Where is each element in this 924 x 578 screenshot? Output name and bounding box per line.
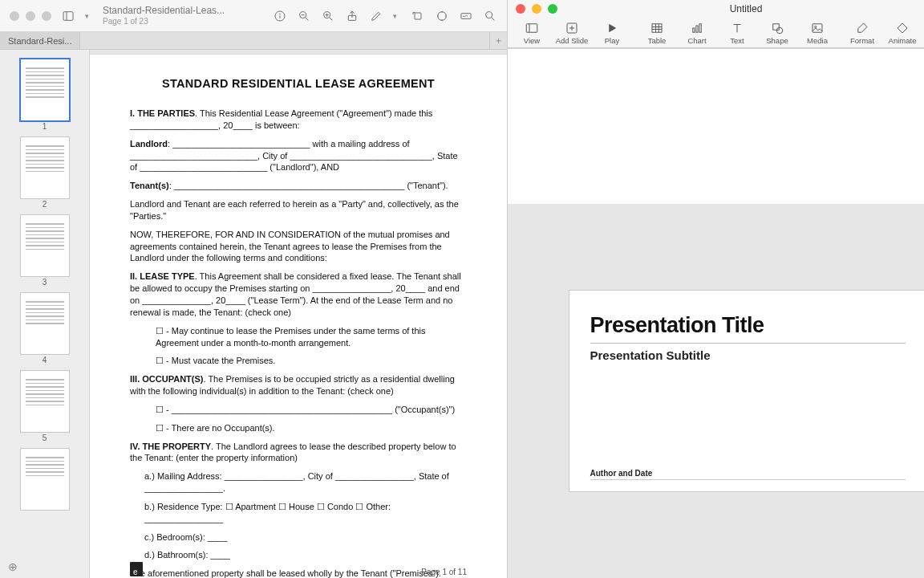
thumbnail[interactable] [21, 59, 69, 120]
zoom-in-icon[interactable] [321, 9, 335, 23]
slide-author-line [590, 479, 906, 480]
svg-point-16 [486, 11, 492, 18]
animate-icon [895, 21, 910, 35]
sidebar-menu-caret[interactable]: ▾ [85, 12, 93, 20]
svg-rect-24 [652, 23, 662, 32]
zoom-dot[interactable] [42, 11, 51, 21]
preview-tab[interactable]: Standard-Resi... [0, 32, 80, 49]
share-icon[interactable] [345, 9, 359, 23]
thumbnail[interactable] [21, 449, 69, 510]
text-button[interactable]: Text [719, 21, 755, 45]
sidebar-toggle-icon[interactable] [61, 9, 75, 23]
preview-body: 1 2 3 4 5 ⊕ STANDARD RESIDENTIAL LEASE A… [0, 50, 507, 578]
seal-icon [130, 562, 143, 576]
thumbnail[interactable] [21, 371, 69, 432]
document-page: STANDARD RESIDENTIAL LEASE AGREEMENT I. … [90, 55, 507, 578]
play-icon [605, 21, 619, 35]
slide-subtitle[interactable]: Presentation Subtitle [590, 348, 906, 362]
doc-subitem: c.) Bedroom(s): ____ [130, 531, 467, 543]
page-viewport[interactable]: STANDARD RESIDENTIAL LEASE AGREEMENT I. … [90, 50, 507, 578]
doc-subitem: b.) Residence Type: ☐ Apartment ☐ House … [130, 501, 467, 525]
minimize-dot[interactable] [26, 11, 35, 21]
doc-title: STANDARD RESIDENTIAL LEASE AGREEMENT [130, 77, 467, 90]
doc-paragraph: Landlord and Tenant are each referred to… [130, 198, 467, 222]
add-slide-button[interactable]: Add Slide [554, 21, 590, 45]
svg-rect-18 [526, 23, 537, 32]
svg-rect-36 [813, 23, 822, 32]
highlight-icon[interactable] [435, 9, 449, 23]
doc-footer: Page 1 of 11 [130, 562, 467, 576]
svg-rect-31 [699, 23, 701, 32]
markup-icon[interactable] [369, 9, 383, 23]
add-page-button[interactable]: ⊕ [6, 560, 19, 573]
thumbnail[interactable] [21, 215, 69, 276]
thumbnail-number: 1 [0, 122, 89, 131]
keynote-window: Untitled View Add Slide Play Table Chart… [508, 0, 924, 578]
svg-marker-38 [898, 23, 907, 33]
slide-title[interactable]: Presentation Title [590, 313, 906, 338]
svg-point-35 [776, 27, 783, 34]
thumbnail[interactable] [21, 293, 69, 354]
keynote-toolbar: View Add Slide Play Table Chart Text Sha… [508, 18, 924, 48]
media-button[interactable]: Media [800, 21, 835, 45]
brush-icon [855, 21, 869, 35]
keynote-traffic-lights[interactable] [516, 4, 557, 14]
preview-traffic-lights[interactable] [10, 11, 51, 21]
doc-option: ☐ - ____________________________________… [130, 404, 467, 416]
svg-line-6 [306, 18, 308, 20]
plus-icon [565, 21, 579, 35]
svg-rect-29 [693, 28, 695, 32]
text-icon [730, 21, 744, 35]
thumbnail[interactable] [21, 137, 69, 198]
preview-window: ▾ Standard-Residential-Leas... Page 1 of… [0, 0, 508, 578]
format-button[interactable]: Format [845, 21, 880, 45]
keynote-canvas[interactable]: Presentation Title Presentation Subtitle… [508, 204, 924, 578]
doc-option: ☐ - There are no Occupant(s). [130, 422, 467, 434]
slide[interactable]: Presentation Title Presentation Subtitle… [569, 291, 925, 491]
thumbnail-number: 5 [0, 434, 89, 442]
play-button[interactable]: Play [594, 21, 630, 45]
markup-menu-caret[interactable]: ▾ [393, 12, 401, 20]
slide-divider [590, 343, 906, 344]
search-icon[interactable] [483, 9, 497, 23]
svg-rect-34 [773, 23, 780, 30]
svg-rect-13 [415, 13, 421, 19]
table-button[interactable]: Table [639, 21, 675, 45]
zoom-out-icon[interactable] [297, 9, 311, 23]
preview-title-block: Standard-Residential-Leas... Page 1 of 2… [103, 6, 225, 25]
doc-paragraph: Tenant(s): _____________________________… [130, 180, 467, 192]
new-tab-button[interactable]: ＋ [489, 32, 507, 49]
view-button[interactable]: View [514, 21, 549, 45]
table-icon [650, 21, 664, 35]
view-icon [525, 21, 539, 35]
animate-button[interactable]: Animate [885, 21, 920, 45]
keynote-navigator[interactable] [508, 48, 924, 204]
sign-icon[interactable] [459, 9, 473, 23]
rotate-icon[interactable] [411, 9, 425, 23]
close-dot[interactable] [10, 11, 19, 21]
info-icon[interactable] [273, 9, 287, 23]
svg-line-17 [492, 18, 494, 20]
minimize-dot[interactable] [532, 4, 541, 14]
doc-paragraph: III. OCCUPANT(S). The Premises is to be … [130, 373, 467, 397]
doc-footer-page: Page 1 of 11 [421, 568, 467, 576]
media-icon [810, 21, 825, 35]
keynote-title: Untitled [557, 3, 924, 14]
zoom-dot[interactable] [548, 4, 557, 14]
thumbnail-sidebar[interactable]: 1 2 3 4 5 ⊕ [0, 50, 90, 578]
doc-paragraph: Landlord: ____________________________ w… [130, 138, 467, 174]
close-dot[interactable] [516, 4, 525, 14]
preview-tabbar: Standard-Resi... ＋ [0, 32, 507, 50]
shape-icon [770, 21, 784, 35]
doc-subitem: d.) Bathroom(s): ____ [130, 549, 467, 561]
preview-filename: Standard-Residential-Leas... [103, 6, 225, 16]
slide-author[interactable]: Author and Date [590, 469, 906, 478]
svg-marker-23 [609, 23, 616, 32]
chart-button[interactable]: Chart [679, 21, 715, 45]
doc-subitem: a.) Mailing Address: ________________, C… [130, 470, 467, 495]
doc-paragraph: NOW, THEREFORE, FOR AND IN CONSIDERATION… [130, 229, 467, 265]
svg-point-14 [438, 11, 447, 20]
shape-button[interactable]: Shape [760, 21, 795, 45]
svg-rect-30 [696, 26, 698, 32]
thumbnail-number: 3 [0, 278, 89, 287]
